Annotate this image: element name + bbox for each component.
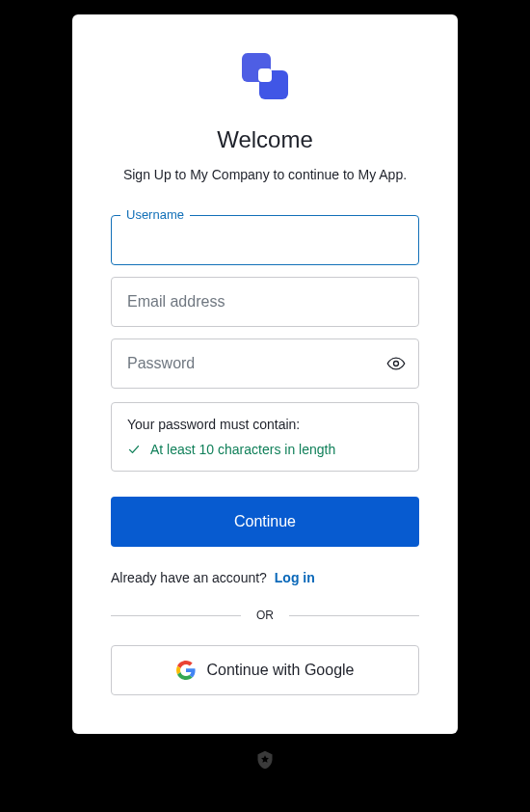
- check-icon: [127, 444, 141, 455]
- google-icon: [176, 661, 196, 680]
- divider: OR: [111, 609, 419, 622]
- password-rule-item: At least 10 characters in length: [127, 442, 403, 457]
- app-logo-icon: [242, 53, 288, 99]
- username-input[interactable]: [111, 215, 419, 265]
- username-field[interactable]: Username: [111, 215, 419, 265]
- login-prompt: Already have an account? Log in: [111, 570, 419, 585]
- svg-point-0: [394, 362, 399, 366]
- password-input[interactable]: [111, 338, 419, 389]
- show-password-icon[interactable]: [386, 354, 406, 373]
- continue-button[interactable]: Continue: [111, 497, 419, 547]
- auth0-badge-icon: [254, 749, 276, 771]
- login-link[interactable]: Log in: [275, 570, 315, 585]
- divider-label: OR: [256, 609, 274, 622]
- divider-line: [289, 615, 419, 616]
- divider-line: [111, 615, 241, 616]
- password-rules-title: Your password must contain:: [127, 417, 403, 432]
- page-title: Welcome: [111, 126, 419, 153]
- continue-with-google-button[interactable]: Continue with Google: [111, 645, 419, 695]
- password-rules-box: Your password must contain: At least 10 …: [111, 402, 419, 472]
- logo-wrap: [111, 53, 419, 99]
- page-subtitle: Sign Up to My Company to continue to My …: [111, 167, 419, 182]
- username-label: Username: [120, 207, 190, 222]
- login-prompt-text: Already have an account?: [111, 570, 267, 585]
- google-button-label: Continue with Google: [207, 662, 355, 679]
- password-rule-text: At least 10 characters in length: [150, 442, 335, 457]
- signup-card: Welcome Sign Up to My Company to continu…: [72, 14, 458, 734]
- email-field[interactable]: [111, 277, 419, 327]
- email-input[interactable]: [111, 277, 419, 327]
- password-field[interactable]: [111, 338, 419, 389]
